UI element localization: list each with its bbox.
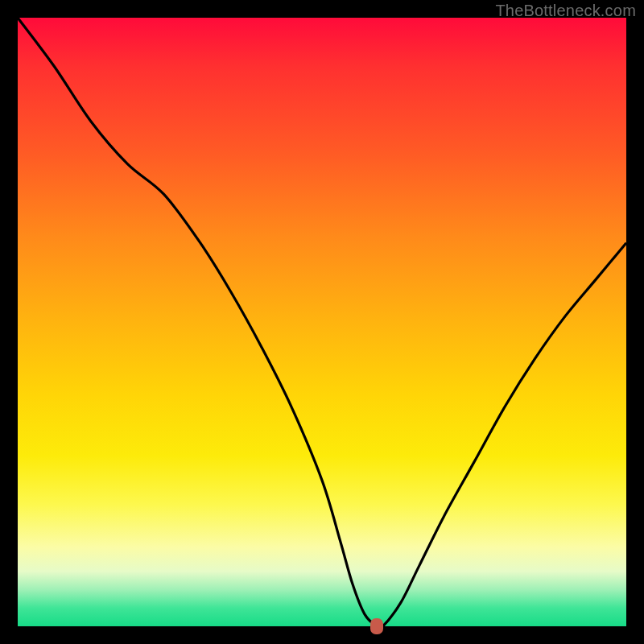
- attribution-text: TheBottleneck.com: [495, 2, 636, 20]
- curve-path: [18, 18, 626, 626]
- plot-area: [18, 18, 626, 626]
- optimal-marker: [370, 618, 383, 634]
- bottleneck-curve: [18, 18, 626, 626]
- chart-frame: TheBottleneck.com: [0, 0, 644, 644]
